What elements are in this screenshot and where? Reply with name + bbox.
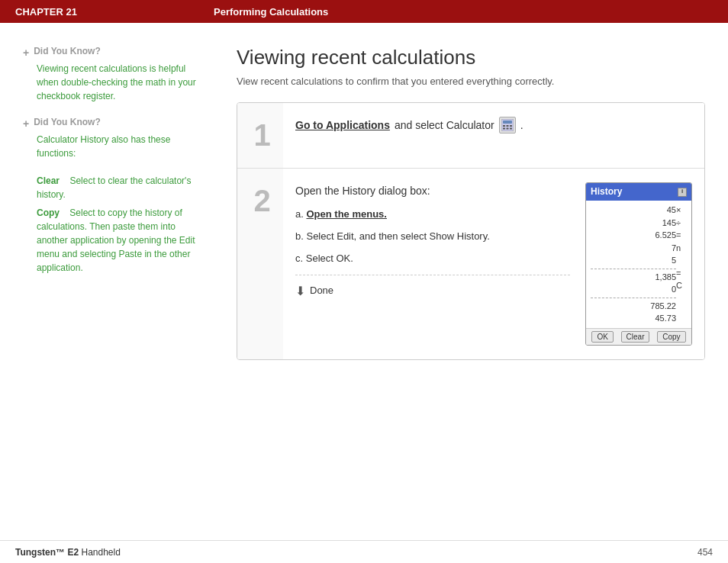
history-op-5 — [676, 254, 687, 267]
sidebar-plus-icon-1: + — [23, 47, 29, 59]
sidebar-clear-label: Clear — [37, 175, 60, 186]
content-area: + Did You Know? Viewing recent calculati… — [0, 23, 728, 540]
step-2-header: Open the History dialog box: — [295, 182, 570, 199]
step-1-text: Go to Applications and select Calculator — [295, 117, 692, 134]
history-num-9: 45.73 — [591, 312, 676, 325]
history-ok-btn[interactable]: OK — [591, 331, 613, 343]
sidebar-section-1: + Did You Know? Viewing recent calculati… — [23, 46, 206, 103]
step-2-item-a: Open the menus. — [295, 207, 570, 223]
sidebar-section-2: + Did You Know? Calculator History also … — [23, 117, 206, 275]
open-menus-link[interactable]: Open the menus. — [306, 208, 386, 220]
history-op-8 — [676, 292, 687, 305]
sidebar-body-2: Calculator History also has these functi… — [37, 133, 206, 275]
history-op-9 — [676, 304, 687, 317]
step-1-middle-text: and select Calculator — [395, 117, 494, 134]
history-numbers: 45 145 6.525 7 5 1,385 0 785.22 — [591, 204, 676, 325]
footer-brand: Tungsten™ E2 Handheld — [15, 547, 121, 558]
done-icon: ⬇ — [295, 282, 305, 301]
go-to-applications-link[interactable]: Go to Applications — [295, 117, 390, 134]
step-1: 1 Go to Applications and select Calculat… — [237, 103, 704, 169]
history-footer: OK Clear Copy — [586, 328, 691, 345]
history-title: History — [591, 185, 622, 199]
history-titlebar-buttons: i — [678, 188, 687, 197]
history-titlebar: History i — [586, 183, 691, 201]
history-num-5: 5 — [591, 254, 676, 267]
history-num-3: 6.525 — [591, 229, 676, 242]
svg-rect-7 — [510, 128, 512, 130]
step-2-text: Open the History dialog box: Open the me… — [295, 182, 570, 301]
sidebar-plus-icon-2: + — [23, 117, 29, 130]
done-label: Done — [310, 283, 333, 299]
sidebar-copy: Copy Select to copy the history of calcu… — [37, 206, 206, 275]
step-2-inner: Open the History dialog box: Open the me… — [295, 182, 692, 346]
history-op-3: = — [676, 229, 687, 242]
history-num-6: 1,385 — [591, 271, 676, 284]
step-2-number: 2 — [237, 169, 283, 359]
sidebar-heading-1: Did You Know? — [34, 46, 101, 56]
brand-name: Tungsten™ E2 — [15, 547, 79, 558]
history-copy-btn[interactable]: Copy — [657, 331, 685, 343]
page-title: Viewing recent calculations — [237, 46, 705, 69]
svg-rect-2 — [503, 125, 505, 127]
sidebar-copy-text: Select to copy the history of calculatio… — [37, 208, 195, 273]
history-op-4: n — [676, 242, 687, 255]
history-num-7: 0 — [591, 283, 676, 296]
page-footer: Tungsten™ E2 Handheld 454 — [0, 540, 728, 563]
history-op-2: ÷ — [676, 217, 687, 230]
chapter-label: CHAPTER 21 — [15, 6, 214, 18]
page-header: CHAPTER 21 Performing Calculations — [0, 0, 728, 23]
step-2-item-b: Select Edit, and then select Show Histor… — [295, 229, 570, 245]
steps-box: 1 Go to Applications and select Calculat… — [237, 102, 705, 360]
chapter-title: Performing Calculations — [214, 6, 328, 18]
page-subtitle: View recent calculations to confirm that… — [237, 76, 705, 87]
history-dialog: History i 45 145 6.525 7 — [585, 182, 692, 346]
step-2-list: Open the menus. Select Edit, and then se… — [295, 207, 570, 266]
history-op-7: C — [676, 279, 687, 292]
sidebar-header-2: + Did You Know? — [23, 117, 206, 130]
step-1-number: 1 — [237, 103, 283, 168]
history-op-1: × — [676, 204, 687, 217]
svg-rect-1 — [503, 121, 512, 124]
step-2-b-text: Select Edit, and then select Show Histor… — [306, 230, 489, 242]
history-num-8: 785.22 — [591, 300, 676, 313]
svg-rect-4 — [510, 125, 512, 127]
footer-page: 454 — [697, 547, 713, 558]
step-2-c-text: Select OK. — [306, 253, 353, 264]
history-num-2: 145 — [591, 217, 676, 230]
history-body: 45 145 6.525 7 5 1,385 0 785.22 — [586, 201, 691, 328]
step-1-period: . — [520, 117, 523, 134]
history-num-4: 7 — [591, 242, 676, 255]
svg-rect-6 — [506, 128, 508, 130]
calculator-icon — [499, 117, 516, 134]
history-ops: × ÷ = n = C — [676, 204, 687, 325]
step-2-content: Open the History dialog box: Open the me… — [283, 169, 704, 359]
history-clear-btn[interactable]: Clear — [621, 331, 650, 343]
step-2: 2 Open the History dialog box: Open the … — [237, 169, 704, 359]
svg-rect-5 — [503, 128, 505, 130]
sidebar-body-1: Viewing recent calculations is helpful w… — [37, 62, 206, 103]
sidebar-copy-label: Copy — [37, 208, 60, 218]
history-op-6: = — [676, 267, 687, 280]
sidebar-heading-2: Did You Know? — [34, 117, 101, 127]
step-2-item-c: Select OK. — [295, 251, 570, 267]
done-row: ⬇ Done — [295, 275, 570, 301]
sidebar-clear: Clear Select to clear the calculator's h… — [37, 174, 206, 201]
history-num-1: 45 — [591, 204, 676, 217]
sidebar-header-1: + Did You Know? — [23, 46, 206, 59]
brand-suffix: Handheld — [81, 547, 120, 558]
main-content: Viewing recent calculations View recent … — [221, 38, 728, 525]
step-1-content: Go to Applications and select Calculator — [283, 103, 704, 168]
sidebar-clear-text: Select to clear the calculator's history… — [37, 175, 191, 200]
history-info-btn[interactable]: i — [678, 188, 687, 197]
sidebar-intro: Calculator History also has these functi… — [37, 133, 206, 160]
svg-rect-3 — [506, 125, 508, 127]
sidebar: + Did You Know? Viewing recent calculati… — [0, 38, 221, 525]
